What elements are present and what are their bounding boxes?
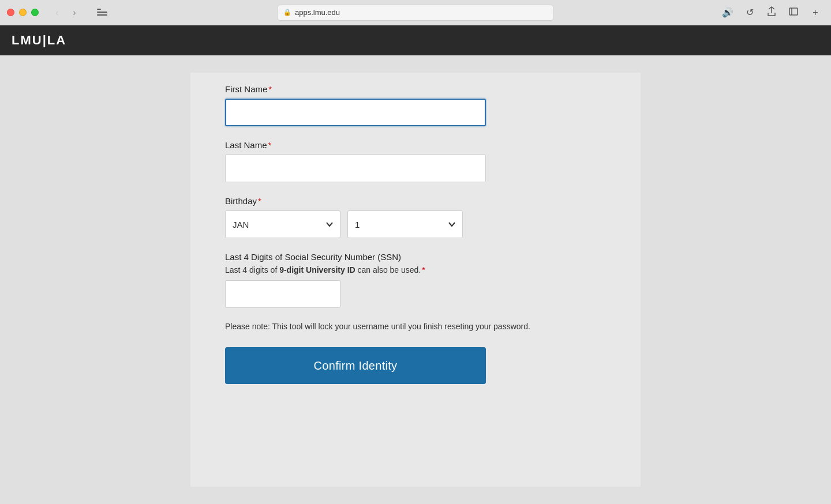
note-text: Please note: This tool will lock your us… <box>225 322 606 331</box>
lock-icon: 🔒 <box>283 9 291 16</box>
birthday-group: Birthday* JAN FEB MAR APR MAY JUN JUL AU… <box>225 196 606 238</box>
ssn-label: Last 4 Digits of Social Security Number … <box>225 252 606 262</box>
main-content: First Name* Last Name* Birthday* JAN FEB <box>0 55 831 504</box>
add-tab-icon: + <box>813 7 818 18</box>
first-name-required: * <box>268 84 272 94</box>
expand-icon <box>789 7 798 18</box>
share-button[interactable] <box>763 5 780 21</box>
day-select-wrapper: 1 2 3 4 5 6 7 8 9 10 11 12 13 14 <box>347 210 463 238</box>
forward-button[interactable]: › <box>66 5 83 21</box>
close-button[interactable] <box>7 9 14 16</box>
traffic-lights <box>7 9 39 16</box>
address-bar-wrapper: 🔒 apps.lmu.edu <box>277 5 554 21</box>
form-container: First Name* Last Name* Birthday* JAN FEB <box>190 73 641 487</box>
window-controls-right: 🔊 ↺ + <box>719 5 824 21</box>
url-text: apps.lmu.edu <box>295 8 340 17</box>
back-button[interactable]: ‹ <box>49 5 65 21</box>
window-chrome: ‹ › 🔒 apps.lmu.edu 🔊 ↺ <box>0 0 831 25</box>
maximize-button[interactable] <box>31 9 39 16</box>
month-select-wrapper: JAN FEB MAR APR MAY JUN JUL AUG SEP OCT … <box>225 210 340 238</box>
window-controls-left: ‹ › <box>7 5 111 21</box>
first-name-label: First Name* <box>225 84 606 94</box>
top-nav: LMU|LA <box>0 25 831 55</box>
month-select[interactable]: JAN FEB MAR APR MAY JUN JUL AUG SEP OCT … <box>225 210 340 238</box>
birthday-row: JAN FEB MAR APR MAY JUN JUL AUG SEP OCT … <box>225 210 606 238</box>
ssn-sublabel: Last 4 digits of 9-digit University ID c… <box>225 265 606 274</box>
first-name-group: First Name* <box>225 84 606 126</box>
share-icon <box>767 6 776 19</box>
volume-icon: 🔊 <box>722 7 733 18</box>
ssn-input[interactable] <box>225 280 340 308</box>
logo-text: LMU|LA <box>12 33 66 47</box>
birthday-label: Birthday* <box>225 196 606 206</box>
last-name-group: Last Name* <box>225 140 606 182</box>
last-name-label: Last Name* <box>225 140 606 150</box>
expand-button[interactable] <box>785 5 802 21</box>
nav-arrows: ‹ › <box>49 5 83 21</box>
confirm-identity-button[interactable]: Confirm Identity <box>225 347 486 384</box>
sidebar-toggle-button[interactable] <box>93 5 111 21</box>
address-bar[interactable]: 🔒 apps.lmu.edu <box>277 5 554 21</box>
svg-rect-0 <box>789 8 798 15</box>
birthday-required: * <box>258 196 261 206</box>
refresh-button[interactable]: ↺ <box>741 5 758 21</box>
last-name-input[interactable] <box>225 155 486 182</box>
add-tab-button[interactable]: + <box>807 5 824 21</box>
refresh-icon: ↺ <box>746 7 754 18</box>
last-name-required: * <box>268 140 272 150</box>
day-select[interactable]: 1 2 3 4 5 6 7 8 9 10 11 12 13 14 <box>347 210 463 238</box>
sidebar-icon <box>97 9 107 17</box>
ssn-required: * <box>422 265 425 274</box>
site-logo: LMU|LA <box>12 33 66 48</box>
first-name-input[interactable] <box>225 99 486 126</box>
minimize-button[interactable] <box>19 9 27 16</box>
volume-button[interactable]: 🔊 <box>719 5 736 21</box>
ssn-group: Last 4 Digits of Social Security Number … <box>225 252 606 308</box>
